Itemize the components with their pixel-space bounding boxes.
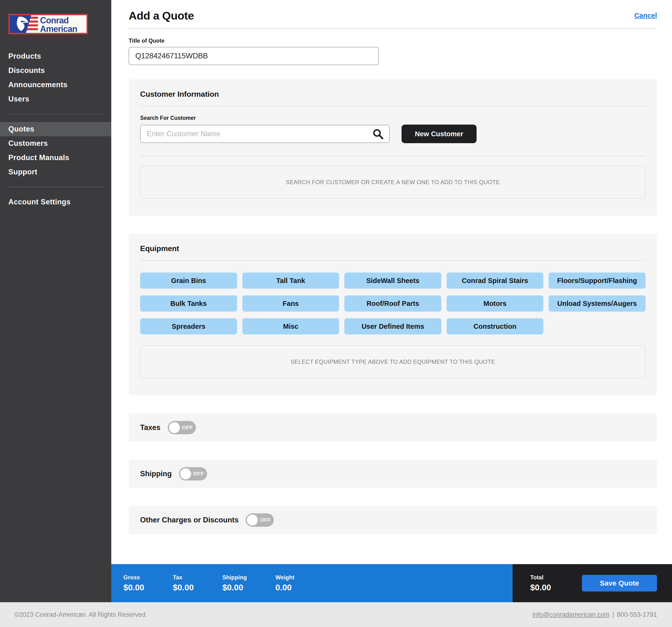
footer-separator: | bbox=[613, 611, 614, 618]
contact-phone: 800-553-1791 bbox=[617, 611, 657, 618]
other-charges-toggle[interactable]: OFF bbox=[246, 513, 274, 527]
section-divider bbox=[140, 155, 646, 156]
sidebar-item-support[interactable]: Support bbox=[0, 165, 111, 179]
equipment-type-roof-roof-parts[interactable]: Roof/Roof Parts bbox=[344, 295, 441, 312]
copyright-text: ©2023 Conrad-American. All Rights Reserv… bbox=[14, 611, 147, 619]
page-body: Add a Quote Cancel Title of Quote Custom… bbox=[111, 0, 672, 564]
total-stat: Total $0.00 bbox=[530, 574, 551, 592]
section-divider bbox=[140, 106, 646, 106]
page-header: Add a Quote Cancel bbox=[129, 0, 657, 29]
app-window: Conrad American Products Discounts Annou… bbox=[0, 0, 672, 627]
equipment-type-grain-bins[interactable]: Grain Bins bbox=[140, 272, 237, 289]
equipment-type-misc[interactable]: Misc bbox=[242, 318, 339, 335]
taxes-label: Taxes bbox=[140, 423, 161, 432]
sidebar-item-quotes[interactable]: Quotes bbox=[0, 122, 111, 136]
taxes-card: Taxes OFF bbox=[129, 414, 657, 442]
search-customer-label: Search For Customer bbox=[140, 115, 646, 121]
other-charges-toggle-state: OFF bbox=[260, 517, 271, 523]
sidebar-divider bbox=[7, 114, 104, 114]
customer-information-card: Customer Information Search For Customer… bbox=[129, 79, 657, 216]
weight-label: Weight bbox=[275, 574, 294, 581]
equipment-type-unload-systems-augers[interactable]: Unload Systems/Augers bbox=[549, 295, 646, 312]
sidebar-item-discounts[interactable]: Discounts bbox=[0, 63, 111, 78]
cancel-link[interactable]: Cancel bbox=[634, 12, 657, 20]
weight-stat: Weight 0.00 bbox=[275, 574, 294, 592]
equipment-type-bulk-tanks[interactable]: Bulk Tanks bbox=[140, 295, 237, 312]
sidebar-item-announcements[interactable]: Announcements bbox=[0, 78, 111, 92]
sidebar: Conrad American Products Discounts Annou… bbox=[0, 0, 111, 602]
equipment-section-heading: Equipment bbox=[140, 244, 646, 253]
customer-search-input[interactable] bbox=[140, 125, 390, 143]
other-charges-card: Other Charges or Discounts OFF bbox=[129, 506, 657, 534]
search-icon[interactable] bbox=[373, 128, 383, 139]
main-row: Conrad American Products Discounts Annou… bbox=[0, 0, 672, 602]
toggle-knob bbox=[180, 468, 191, 479]
equipment-type-user-defined-items[interactable]: User Defined Items bbox=[344, 318, 441, 335]
shipping-label: Shipping bbox=[140, 469, 172, 478]
gross-stat: Gross $0.00 bbox=[123, 574, 144, 592]
customer-search-wrap bbox=[140, 125, 390, 143]
other-charges-label: Other Charges or Discounts bbox=[140, 516, 239, 524]
equipment-type-construction[interactable]: Construction bbox=[447, 318, 544, 335]
contact-email-link[interactable]: info@conradamerican.com bbox=[533, 611, 609, 618]
tax-label: Tax bbox=[173, 574, 194, 581]
toggle-knob bbox=[247, 514, 258, 526]
content-column: Add a Quote Cancel Title of Quote Custom… bbox=[111, 0, 672, 602]
tax-value: $0.00 bbox=[173, 583, 194, 592]
taxes-toggle[interactable]: OFF bbox=[168, 421, 196, 434]
shipping-stat: Shipping $0.00 bbox=[222, 574, 247, 592]
quote-summary-bar: Gross $0.00 Tax $0.00 Shipping $0.00 Wei… bbox=[111, 564, 672, 602]
equipment-type-grid: Grain Bins Tall Tank SideWall Sheets Con… bbox=[140, 272, 646, 335]
equipment-type-tall-tank[interactable]: Tall Tank bbox=[242, 272, 339, 289]
shipping-toggle[interactable]: OFF bbox=[179, 467, 207, 481]
sidebar-nav: Products Discounts Announcements Users Q… bbox=[0, 49, 111, 209]
toggle-knob bbox=[169, 422, 180, 433]
page-title: Add a Quote bbox=[129, 9, 194, 22]
equipment-type-motors[interactable]: Motors bbox=[447, 295, 544, 312]
total-value: $0.00 bbox=[530, 583, 551, 592]
equipment-type-sidewall-sheets[interactable]: SideWall Sheets bbox=[344, 272, 441, 289]
shipping-toggle-state: OFF bbox=[193, 471, 204, 477]
company-logo[interactable]: Conrad American bbox=[8, 14, 88, 34]
quote-title-input[interactable] bbox=[129, 47, 379, 65]
sidebar-item-product-manuals[interactable]: Product Manuals bbox=[0, 150, 111, 165]
page-footer: ©2023 Conrad-American. All Rights Reserv… bbox=[0, 602, 672, 627]
sidebar-item-products[interactable]: Products bbox=[0, 49, 111, 63]
equipment-type-conrad-spiral-stairs[interactable]: Conrad Spiral Stairs bbox=[447, 272, 544, 289]
shipping-card: Shipping OFF bbox=[129, 460, 657, 488]
weight-value: 0.00 bbox=[275, 583, 294, 592]
sidebar-item-account-settings[interactable]: Account Settings bbox=[0, 195, 111, 209]
gross-value: $0.00 bbox=[123, 583, 144, 592]
save-quote-button[interactable]: Save Quote bbox=[582, 575, 657, 592]
shipping-stat-label: Shipping bbox=[222, 574, 247, 581]
equipment-type-spreaders[interactable]: Spreaders bbox=[140, 318, 237, 335]
section-divider bbox=[140, 260, 646, 261]
new-customer-button[interactable]: New Customer bbox=[402, 125, 477, 143]
logo-text-line1: Conrad bbox=[40, 16, 69, 25]
footer-contact: info@conradamerican.com|800-553-1791 bbox=[533, 611, 657, 619]
quote-title-label: Title of Quote bbox=[129, 38, 657, 44]
taxes-toggle-state: OFF bbox=[182, 425, 193, 431]
summary-total-panel: Total $0.00 Save Quote bbox=[512, 564, 672, 602]
sidebar-item-users[interactable]: Users bbox=[0, 92, 111, 106]
equipment-type-floors-support-flashing[interactable]: Floors/Support/Flashing bbox=[549, 272, 646, 289]
sidebar-item-customers[interactable]: Customers bbox=[0, 136, 111, 150]
summary-stats: Gross $0.00 Tax $0.00 Shipping $0.00 Wei… bbox=[111, 564, 512, 602]
customer-empty-state: SEARCH FOR CUSTOMER OR CREATE A NEW ONE … bbox=[140, 166, 646, 199]
shipping-stat-value: $0.00 bbox=[222, 583, 247, 592]
equipment-empty-state: SELECT EQUIPMENT TYPE ABOVE TO ADD EQUIP… bbox=[140, 345, 646, 378]
gross-label: Gross bbox=[123, 574, 144, 581]
customer-search-row: New Customer bbox=[140, 125, 646, 143]
equipment-type-fans[interactable]: Fans bbox=[242, 295, 339, 312]
customer-section-heading: Customer Information bbox=[140, 90, 646, 99]
logo-text-line2: American bbox=[40, 24, 77, 34]
tax-stat: Tax $0.00 bbox=[173, 574, 194, 592]
sidebar-divider bbox=[7, 187, 104, 187]
equipment-card: Equipment Grain Bins Tall Tank SideWall … bbox=[129, 234, 657, 395]
total-label: Total bbox=[530, 574, 551, 581]
